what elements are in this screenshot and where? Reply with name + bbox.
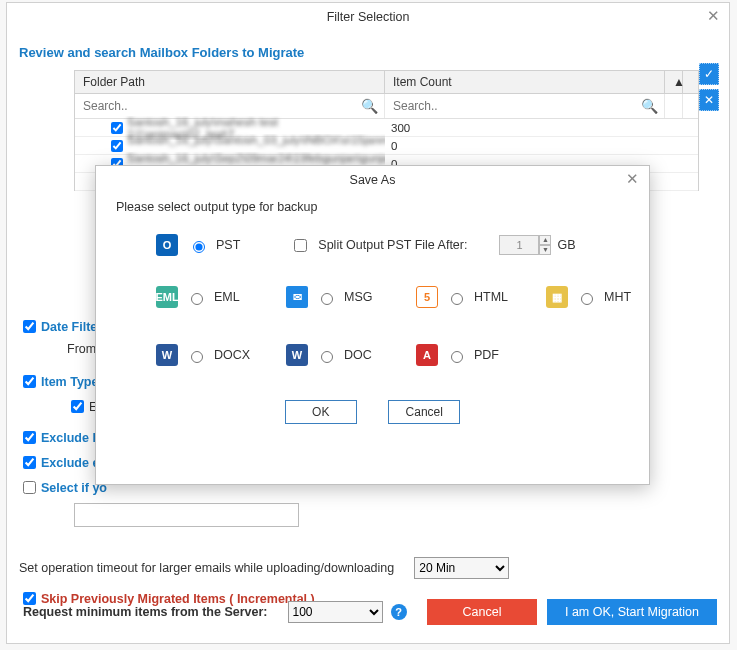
check-all-button[interactable]: ✓ [699,63,719,85]
search-icon[interactable]: 🔍 [361,98,378,114]
select-if-checkbox[interactable] [23,481,36,494]
pdf-icon: A [416,344,438,366]
pdf-radio[interactable] [451,351,463,363]
row-checkbox[interactable] [111,122,123,134]
titlebar: Filter Selection ✕ [7,3,729,31]
mht-radio[interactable] [581,293,593,305]
date-filter-checkbox[interactable] [23,320,36,333]
cancel-button[interactable]: Cancel [427,599,537,625]
eml-icon: EML [156,286,178,308]
spin-up-icon[interactable]: ▲ [539,235,551,245]
from-label: From [67,342,96,356]
msg-icon: ✉ [286,286,308,308]
gb-label: GB [557,238,575,252]
dialog-ok-button[interactable]: OK [285,400,357,424]
search-count-input[interactable] [391,98,641,114]
exclude-d-checkbox[interactable] [23,431,36,444]
msg-radio[interactable] [321,293,333,305]
docx-radio[interactable] [191,351,203,363]
close-icon[interactable]: ✕ [705,9,721,25]
date-filter-label: Date Filter [41,320,102,334]
uncheck-all-button[interactable]: ✕ [699,89,719,111]
search-folder-input[interactable] [81,98,361,114]
save-as-dialog: Save As ✕ Please select output type for … [95,165,650,485]
spin-down-icon[interactable]: ▼ [539,245,551,255]
mht-icon: ▦ [546,286,568,308]
help-icon[interactable]: ? [391,604,407,620]
docx-icon: W [156,344,178,366]
col-scroll-head: ▲ [665,71,683,93]
outlook-icon: O [156,234,178,256]
window-title: Filter Selection [327,10,410,24]
item-e-checkbox[interactable] [71,400,84,413]
item-type-label: Item Type [41,375,98,389]
select-if-textbox[interactable] [74,503,299,527]
page-heading: Review and search Mailbox Folders to Mig… [19,45,717,60]
request-min-select[interactable]: 100 [288,601,383,623]
start-migration-button[interactable]: I am OK, Start Migration [547,599,717,625]
html-icon: 5 [416,286,438,308]
search-icon[interactable]: 🔍 [641,98,658,114]
col-folder-path[interactable]: Folder Path [75,71,385,93]
exclude-e-checkbox[interactable] [23,456,36,469]
col-item-count[interactable]: Item Count [385,71,665,93]
split-label: Split Output PST File After: [318,238,467,252]
dialog-close-icon[interactable]: ✕ [626,172,639,186]
doc-radio[interactable] [321,351,333,363]
row-checkbox[interactable] [111,140,123,152]
html-radio[interactable] [451,293,463,305]
dialog-cancel-button[interactable]: Cancel [388,400,460,424]
eml-radio[interactable] [191,293,203,305]
doc-icon: W [286,344,308,366]
split-checkbox[interactable] [294,239,307,252]
dialog-prompt: Please select output type for backup [116,200,629,214]
item-type-checkbox[interactable] [23,375,36,388]
timeout-select[interactable]: 20 Min [414,557,509,579]
timeout-label: Set operation timeout for larger emails … [19,561,394,575]
pst-radio[interactable] [193,241,205,253]
split-value-input[interactable] [499,235,539,255]
dialog-title: Save As [350,173,396,187]
request-min-label: Request minimum items from the Server: [23,605,268,619]
